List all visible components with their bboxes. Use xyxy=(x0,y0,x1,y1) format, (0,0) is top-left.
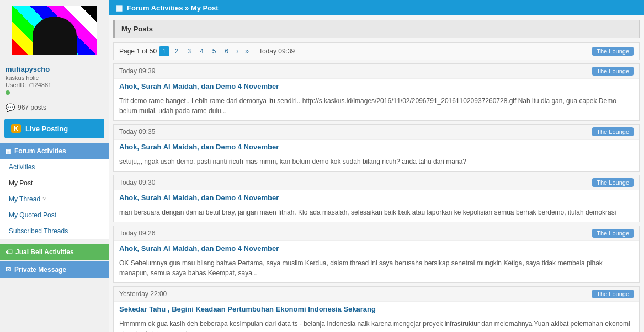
post-content-text: mari bersuara dengan damai betul bray, j… xyxy=(119,208,616,216)
forum-activities-menu-header: ▦ Forum Activities xyxy=(0,143,109,159)
category-badge: The Lounge xyxy=(592,67,634,76)
category-badge: The Lounge xyxy=(592,290,634,298)
post-title-link[interactable]: Ahok, Surah Al Maidah, dan Demo 4 Novemb… xyxy=(114,241,639,256)
post-time: Today 09:39 xyxy=(119,67,155,75)
posts-count: 💬 967 posts xyxy=(0,101,109,114)
user-role: kaskus holic xyxy=(6,74,103,81)
post-content: mari bersuara dengan damai betul bray, j… xyxy=(114,205,639,222)
envelope-icon: ✉ xyxy=(6,266,11,274)
live-posting-label: Live Posting xyxy=(25,125,68,133)
content-area: My Posts Page 1 of 50 1 2 3 4 5 6 › » To… xyxy=(109,15,644,332)
post-content-text: OK Sebelumnya gua mau bilang bahwa Perta… xyxy=(119,259,603,277)
last-page-icon[interactable]: » xyxy=(243,46,251,56)
lounge-badge-pagination: The Lounge xyxy=(592,47,634,56)
post-card: Today 09:26 The Lounge Ahok, Surah Al Ma… xyxy=(113,226,640,283)
avatar-box xyxy=(0,0,109,61)
post-card: Yesterday 22:00 The Lounge Sekedar Tahu … xyxy=(113,286,640,332)
page-5[interactable]: 5 xyxy=(209,46,220,56)
post-content: Trit demo rame banget.. Lebih rame dari … xyxy=(114,94,639,120)
main-content: ▦ Forum Activities » My Post My Posts Pa… xyxy=(109,0,644,332)
post-title-link[interactable]: Ahok, Surah Al Maidah, dan Demo 4 Novemb… xyxy=(114,190,639,205)
post-time: Yesterday 22:00 xyxy=(119,290,167,298)
sidebar-item-my-thread[interactable]: My Thread ? xyxy=(0,191,109,207)
next-page-icon[interactable]: › xyxy=(234,46,241,56)
post-content: OK Sebelumnya gua mau bilang bahwa Perta… xyxy=(114,256,639,282)
page-3[interactable]: 3 xyxy=(184,46,194,56)
page-1[interactable]: 1 xyxy=(159,46,169,56)
post-header: Today 09:26 The Lounge xyxy=(114,226,639,241)
jual-beli-menu-header[interactable]: 🏷 Jual Beli Activities xyxy=(0,244,109,260)
help-icon: ? xyxy=(42,196,46,202)
post-card: Today 09:30 The Lounge Ahok, Surah Al Ma… xyxy=(113,175,640,222)
sidebar-item-activities[interactable]: Activities xyxy=(0,159,109,175)
user-info: mufiapyscho kaskus holic UserID: 7124881 xyxy=(0,61,109,101)
avatar xyxy=(12,6,97,55)
post-time: Today 09:35 xyxy=(119,128,155,136)
sidebar-item-subscribed-threads[interactable]: Subscribed Threads xyxy=(0,223,109,239)
forum-icon: ▦ xyxy=(115,3,123,12)
category-badge: The Lounge xyxy=(592,229,634,238)
post-content-text: Hmmmm ok gua kasih deh beberapa kesimpul… xyxy=(119,320,630,332)
sidebar-item-quoted-post[interactable]: My Quoted Post xyxy=(0,207,109,223)
private-message-menu-header[interactable]: ✉ Private Message xyxy=(0,261,109,278)
username[interactable]: mufiapyscho xyxy=(6,65,103,73)
sidebar-item-my-post[interactable]: My Post xyxy=(0,175,109,191)
pagination-bar: Page 1 of 50 1 2 3 4 5 6 › » Today 09:39… xyxy=(113,42,640,60)
post-card: Today 09:35 The Lounge Ahok, Surah Al Ma… xyxy=(113,124,640,172)
section-title: My Posts xyxy=(113,20,640,38)
post-header: Today 09:30 The Lounge xyxy=(114,175,639,190)
post-header: Today 09:39 The Lounge xyxy=(114,64,639,79)
pagination-left: Page 1 of 50 1 2 3 4 5 6 › » Today 09:39 xyxy=(119,46,295,56)
page-2[interactable]: 2 xyxy=(172,46,182,56)
k-badge: K xyxy=(11,124,21,133)
online-indicator xyxy=(6,90,10,95)
sidebar: mufiapyscho kaskus holic UserID: 7124881… xyxy=(0,0,109,332)
post-header: Yesterday 22:00 The Lounge xyxy=(114,287,639,302)
live-posting-button[interactable]: K Live Posting xyxy=(4,119,104,138)
grid-icon: ▦ xyxy=(6,148,11,155)
post-header: Today 09:35 The Lounge xyxy=(114,125,639,140)
posts-container: Today 09:39 The Lounge Ahok, Surah Al Ma… xyxy=(113,63,640,332)
page-header: ▦ Forum Activities » My Post xyxy=(109,0,644,15)
tag-icon: 🏷 xyxy=(6,248,12,256)
category-badge: The Lounge xyxy=(592,127,634,136)
post-content-text: setuju,,, ngak usah demo, pasti nanti ri… xyxy=(119,158,466,165)
speech-bubble-icon: 💬 xyxy=(6,103,15,112)
post-title-link[interactable]: Sekedar Tahu , Begini Keadaan Pertumbuha… xyxy=(114,302,639,317)
post-time: Today 09:30 xyxy=(119,179,155,186)
post-content-text: Trit demo rame banget.. Lebih rame dari … xyxy=(119,97,616,115)
post-title-link[interactable]: Ahok, Surah Al Maidah, dan Demo 4 Novemb… xyxy=(114,140,639,154)
page-timestamp: Today 09:39 xyxy=(259,47,295,55)
post-title-link[interactable]: Ahok, Surah Al Maidah, dan Demo 4 Novemb… xyxy=(114,79,639,94)
post-content: setuju,,, ngak usah demo, pasti nanti ri… xyxy=(114,154,639,171)
post-card: Today 09:39 The Lounge Ahok, Surah Al Ma… xyxy=(113,63,640,121)
user-id: UserID: 7124881 xyxy=(6,82,103,88)
post-time: Today 09:26 xyxy=(119,229,155,237)
category-badge: The Lounge xyxy=(592,178,634,187)
page-4[interactable]: 4 xyxy=(196,46,207,56)
post-content: Hmmmm ok gua kasih deh beberapa kesimpul… xyxy=(114,317,639,332)
page-6[interactable]: 6 xyxy=(222,46,232,56)
